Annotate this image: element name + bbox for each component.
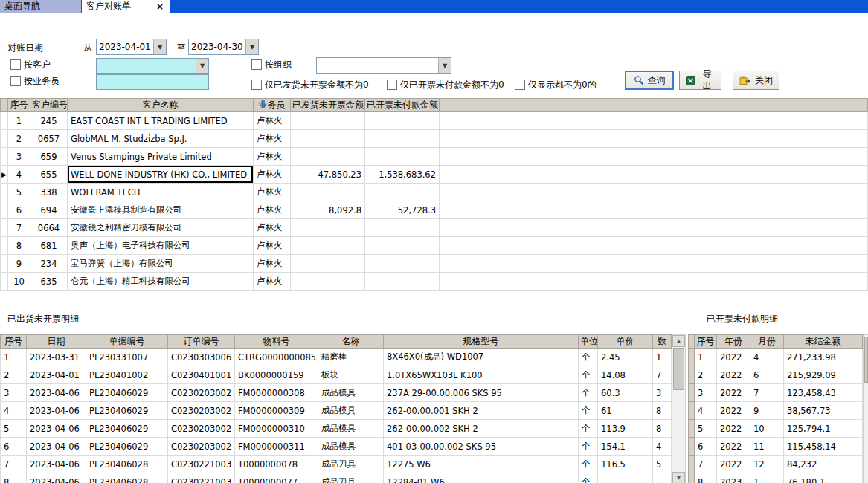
query-button[interactable]: 查询 — [625, 71, 674, 90]
column-header[interactable]: 物料号 — [235, 335, 318, 349]
column-header[interactable] — [1, 99, 8, 112]
organization-select[interactable]: ▼ — [316, 57, 451, 74]
cell: 3 — [1, 384, 27, 402]
close-tab-icon[interactable]: × — [155, 1, 165, 12]
cell: 6 — [750, 366, 784, 384]
scrollbar-thumb[interactable] — [864, 337, 868, 383]
table-row[interactable]: 72023-04-06PL230406028C0230221003T000000… — [1, 456, 672, 473]
table-row[interactable]: 1245EAST COAST INT L TRADING LIMITED卢林火 — [1, 112, 868, 130]
column-header[interactable]: 已开票未付款金额 — [365, 99, 440, 112]
column-header[interactable]: 未结金额 — [784, 335, 863, 349]
column-header[interactable]: 业务员 — [254, 99, 291, 112]
chevron-down-icon[interactable]: ▼ — [245, 39, 258, 54]
scroll-up-icon[interactable]: ▲ — [672, 335, 685, 347]
column-header[interactable]: 序号 — [695, 335, 717, 349]
cell: 成品刀具 — [318, 456, 384, 473]
table-row[interactable]: 320227123,458.43 — [689, 384, 863, 402]
table-row[interactable]: 82023-04-06PL230406028C0230221003T000000… — [1, 473, 672, 483]
table-row[interactable]: 5338WOLFRAM TECH卢林火 — [1, 184, 868, 201]
column-header[interactable]: 数 — [653, 335, 672, 349]
column-header[interactable]: 月份 — [750, 335, 784, 349]
table-row[interactable]: 22023-04-01PL230401002C0230401001BK00000… — [1, 366, 672, 384]
shipped-table-scrollbar[interactable]: ▲ ▼ — [672, 334, 686, 483]
customer-select[interactable]: ▼ — [96, 58, 209, 74]
column-header[interactable]: 序号 — [8, 99, 30, 112]
table-row[interactable]: 3659Venus Stampings Private Limited卢林火 — [1, 148, 868, 166]
tab-desktop-navigation[interactable]: 桌面导航 — [0, 0, 82, 13]
cell — [689, 473, 695, 483]
cell: 12 — [750, 456, 784, 473]
to-label: 至 — [177, 42, 186, 54]
checkbox-label: 仅显示都不为0的 — [528, 79, 597, 91]
table-row[interactable]: 9234宝马弹簧（上海）有限公司卢林火 — [1, 255, 868, 273]
table-row[interactable]: 220226215,929.09 — [689, 366, 863, 384]
cell: 4 — [653, 438, 672, 456]
cell: 卢林火 — [254, 201, 291, 219]
chevron-down-icon[interactable]: ▼ — [153, 39, 166, 54]
cell: 4 — [8, 166, 30, 184]
chevron-down-icon[interactable]: ▼ — [438, 58, 451, 73]
column-header[interactable]: 名称 — [318, 335, 384, 349]
cell: 1 — [1, 349, 27, 366]
cell: 个 — [579, 349, 598, 366]
column-header[interactable]: 规格型号 — [384, 335, 579, 349]
cell: 1 — [695, 349, 717, 366]
column-header[interactable]: 单价 — [598, 335, 653, 349]
column-header[interactable]: 客户编号 — [30, 99, 68, 112]
cell: 2.45 — [598, 349, 653, 366]
salesperson-input[interactable] — [96, 74, 209, 90]
table-row[interactable]: 32023-04-06PL230406029C0230203002FM00000… — [1, 384, 672, 402]
scroll-down-icon[interactable]: ▼ — [672, 472, 685, 483]
cell — [440, 184, 868, 201]
export-button[interactable]: 导出 — [679, 71, 721, 90]
from-date-select[interactable]: 2023-04-01 ▼ — [96, 39, 167, 55]
only-both-nonzero-checkbox[interactable]: 仅显示都不为0的 — [515, 80, 597, 90]
table-row[interactable]: 42022938,567.73 — [689, 402, 863, 420]
only-shipped-nonzero-checkbox[interactable]: 仅已发货未开票金额不为0 — [251, 80, 369, 90]
scrollbar-thumb[interactable] — [673, 348, 684, 390]
by-salesperson-checkbox[interactable]: 按业务员 — [10, 76, 60, 86]
column-header[interactable]: 客户名称 — [68, 99, 254, 112]
table-row[interactable]: 6202211115,458.14 — [689, 438, 863, 456]
column-header[interactable]: 单据编号 — [86, 335, 168, 349]
column-header[interactable]: 年份 — [717, 335, 750, 349]
cell: 12284-01 W6 — [384, 473, 579, 483]
column-header[interactable]: 订单编号 — [168, 335, 235, 349]
table-row[interactable]: 82023176,180.1 — [689, 473, 863, 483]
column-header[interactable] — [689, 335, 695, 349]
by-organization-checkbox[interactable]: 按组织 — [251, 59, 292, 70]
cell: 宝马弹簧（上海）有限公司 — [68, 255, 254, 273]
column-header[interactable] — [440, 99, 868, 112]
cell: 7 — [695, 456, 717, 473]
table-row[interactable]: ▶4655WELL-DONE INDUSTRY (HK) CO., LIMITE… — [1, 166, 868, 184]
cell: 9 — [8, 255, 30, 273]
table-row[interactable]: 12023-03-31PL230331007C0230303006CTRG000… — [1, 349, 672, 366]
column-header[interactable]: 日期 — [27, 335, 86, 349]
chevron-down-icon[interactable]: ▼ — [196, 59, 208, 73]
close-button[interactable]: 关闭 — [733, 71, 779, 90]
table-row[interactable]: 70664安徽锐之利精密刀模有限公司卢林火 — [1, 219, 868, 237]
table-row[interactable]: 42023-04-06PL230406029C0230203002FM00000… — [1, 402, 672, 420]
column-header[interactable]: 单位 — [579, 335, 598, 349]
to-date-select[interactable]: 2023-04-30 ▼ — [188, 39, 259, 55]
only-invoiced-nonzero-checkbox[interactable]: 仅已开票未付款金额不为0 — [387, 80, 504, 90]
cell — [365, 184, 440, 201]
table-row[interactable]: 10635仑元（上海）精工科技有限公司卢林火 — [1, 273, 868, 291]
table-row[interactable]: 8681奥声（上海）电子科技有限公司卢林火 — [1, 237, 868, 255]
table-row[interactable]: 120224271,233.98 — [689, 349, 863, 366]
table-row[interactable]: 5202210125,794.1 — [689, 420, 863, 438]
table-row[interactable]: 20657GlobMAL M. Studzizba Sp.J.卢林火 — [1, 130, 868, 148]
from-date-value: 2023-04-01 — [97, 42, 153, 52]
tab-label: 客户对账单 — [86, 0, 131, 13]
invoiced-table-scrollbar[interactable] — [863, 334, 868, 483]
column-header[interactable]: 序号 — [1, 335, 27, 349]
cell — [291, 237, 365, 255]
tab-customer-statement[interactable]: 客户对账单 × — [82, 0, 170, 13]
column-header[interactable]: 已发货未开票金额 — [291, 99, 365, 112]
table-row[interactable]: 6694安徽景上添模具制造有限公司卢林火8,092.852,728.3 — [1, 201, 868, 219]
table-row[interactable]: 720221284,232 — [689, 456, 863, 473]
table-row[interactable]: 62023-04-06PL230406029C0230203002FM00000… — [1, 438, 672, 456]
by-customer-checkbox[interactable]: 按客户 — [10, 59, 51, 70]
cell: WELL-DONE INDUSTRY (HK) CO., LIMITED — [68, 166, 254, 184]
table-row[interactable]: 52023-04-06PL230406029C0230203002FM00000… — [1, 420, 672, 438]
